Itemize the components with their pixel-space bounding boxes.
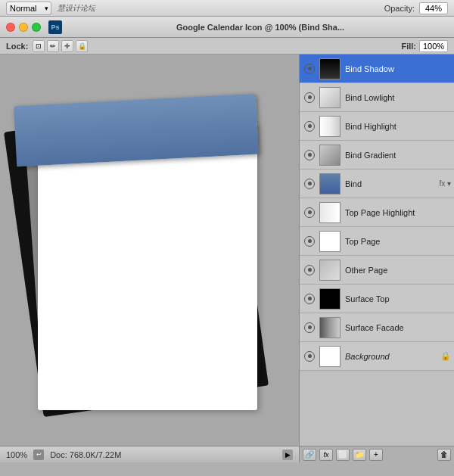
trash-icon: 🗑 — [440, 450, 448, 459]
layer-row[interactable]: Background🔒 — [300, 342, 454, 371]
layer-row[interactable]: Bind Lowlight — [300, 83, 454, 112]
layer-name: Other Page — [345, 266, 451, 275]
menu-bar: Normal ▾ 慧设计论坛 Opacity: — [0, 0, 454, 17]
layer-visibility-toggle[interactable] — [303, 91, 316, 104]
lock-position-btn[interactable]: ✛ — [61, 40, 73, 52]
history-icon[interactable]: ↩ — [33, 450, 44, 460]
layer-thumbnail — [319, 288, 340, 310]
layer-thumbnail — [319, 87, 340, 108]
layer-name: Top Page — [345, 237, 451, 246]
layer-name: Bind Shadow — [345, 64, 451, 73]
layer-name: Bind Highlight — [345, 122, 451, 131]
window-title: Google Calendar Icon @ 100% (Bind Sha... — [73, 23, 448, 32]
layer-name: Surface Top — [345, 294, 451, 303]
traffic-lights — [6, 23, 41, 32]
maximize-button[interactable] — [32, 23, 41, 32]
lock-icons: ⊡ ✏ ✛ 🔒 — [33, 40, 88, 52]
lock-transparent-btn[interactable]: ⊡ — [33, 40, 45, 52]
layer-name: Bind Lowlight — [345, 93, 451, 102]
layer-thumbnail — [319, 231, 340, 252]
layer-row[interactable]: Bindfx ▾ — [300, 170, 454, 198]
watermark-text: 慧设计论坛 — [58, 3, 95, 14]
layer-effects-icon: fx ▾ — [439, 179, 451, 188]
white-page — [38, 123, 257, 410]
layer-thumbnail — [319, 173, 340, 194]
layer-visibility-toggle[interactable] — [303, 321, 316, 334]
layer-visibility-toggle[interactable] — [303, 292, 316, 306]
layers-panel: Bind ShadowBind LowlightBind HighlightBi… — [299, 54, 454, 462]
layer-row[interactable]: Top Page — [300, 227, 454, 256]
fill-area: Fill: — [401, 40, 448, 52]
layer-name: Surface Facade — [345, 323, 451, 332]
layer-visibility-toggle[interactable] — [303, 206, 316, 219]
layer-thumbnail — [319, 58, 340, 79]
lock-all-btn[interactable]: 🔒 — [76, 40, 88, 52]
layer-row[interactable]: Other Page — [300, 256, 454, 285]
doc-info: Doc: 768.0K/7.22M — [50, 450, 121, 459]
layer-row[interactable]: Top Page Highlight — [300, 198, 454, 227]
layer-thumbnail — [319, 145, 340, 166]
lock-all-icon: 🔒 — [78, 42, 86, 50]
title-bar: Ps Google Calendar Icon @ 100% (Bind Sha… — [0, 17, 454, 38]
new-layer-icon: + — [374, 450, 378, 459]
add-mask-btn[interactable]: ⬜ — [336, 449, 350, 461]
close-button[interactable] — [6, 23, 15, 32]
fx-icon: fx — [323, 451, 328, 459]
lock-position-icon: ✛ — [64, 42, 70, 50]
layer-name: Background — [345, 352, 439, 361]
layer-visibility-toggle[interactable] — [303, 350, 316, 363]
layer-visibility-toggle[interactable] — [303, 120, 316, 133]
fill-input[interactable] — [419, 40, 448, 52]
delete-layer-btn[interactable]: 🗑 — [437, 449, 451, 461]
dropdown-arrow-icon: ▾ — [45, 5, 48, 12]
layer-visibility-toggle[interactable] — [303, 148, 316, 162]
blend-mode-label: Normal — [10, 4, 36, 13]
lock-bar: Lock: ⊡ ✏ ✛ 🔒 Fill: — [0, 38, 454, 54]
lock-image-icon: ✏ — [50, 42, 56, 50]
blend-mode-dropdown[interactable]: Normal ▾ — [6, 2, 51, 15]
blue-bind — [14, 94, 259, 167]
layer-visibility-toggle[interactable] — [303, 177, 316, 191]
zoom-level: 100% — [6, 450, 27, 459]
layer-thumbnail — [319, 116, 340, 137]
fill-label: Fill: — [401, 42, 416, 51]
layer-thumbnail — [319, 317, 340, 338]
add-style-btn[interactable]: fx — [319, 449, 333, 461]
layer-row[interactable]: Bind Highlight — [300, 112, 454, 141]
canvas-area: 100% ↩ Doc: 768.0K/7.22M ▶ — [0, 54, 299, 462]
layer-visibility-toggle[interactable] — [303, 263, 316, 277]
layer-row[interactable]: Bind Shadow — [300, 54, 454, 83]
layer-name: Bind — [345, 179, 437, 188]
layer-thumbnail — [319, 346, 340, 367]
new-group-btn[interactable]: 📁 — [353, 449, 366, 461]
scroll-right-btn[interactable]: ▶ — [282, 450, 293, 460]
folder-icon: 📁 — [355, 450, 364, 459]
canvas-status-bar: 100% ↩ Doc: 768.0K/7.22M ▶ — [0, 446, 299, 462]
layer-row[interactable]: Surface Top — [300, 285, 454, 313]
layer-row[interactable]: Surface Facade — [300, 313, 454, 342]
layer-name: Bind Gradient — [345, 151, 451, 160]
layer-visibility-toggle[interactable] — [303, 235, 316, 248]
lock-transparent-icon: ⊡ — [36, 42, 42, 50]
layer-thumbnail — [319, 260, 340, 281]
layer-visibility-toggle[interactable] — [303, 62, 316, 76]
link-layers-btn[interactable]: 🔗 — [303, 449, 316, 461]
opacity-input[interactable] — [419, 2, 448, 14]
layers-list: Bind ShadowBind LowlightBind HighlightBi… — [300, 54, 454, 371]
main-area: 100% ↩ Doc: 768.0K/7.22M ▶ Bind ShadowBi… — [0, 54, 454, 462]
minimize-button[interactable] — [19, 23, 28, 32]
new-layer-btn[interactable]: + — [369, 449, 383, 461]
lock-label: Lock: — [6, 42, 28, 51]
link-icon: 🔗 — [305, 450, 314, 459]
layer-row[interactable]: Bind Gradient — [300, 141, 454, 170]
layer-lock-icon: 🔒 — [440, 351, 451, 361]
mask-icon: ⬜ — [338, 450, 347, 459]
menu-bar-left: Normal ▾ 慧设计论坛 — [6, 2, 375, 15]
lock-image-btn[interactable]: ✏ — [47, 40, 59, 52]
layer-thumbnail — [319, 202, 340, 223]
layer-name: Top Page Highlight — [345, 208, 451, 217]
photoshop-icon: Ps — [48, 20, 62, 34]
menu-bar-right: Opacity: — [384, 2, 448, 14]
panel-toolbar: 🔗 fx ⬜ 📁 + 🗑 — [300, 446, 454, 462]
opacity-label: Opacity: — [384, 4, 415, 13]
